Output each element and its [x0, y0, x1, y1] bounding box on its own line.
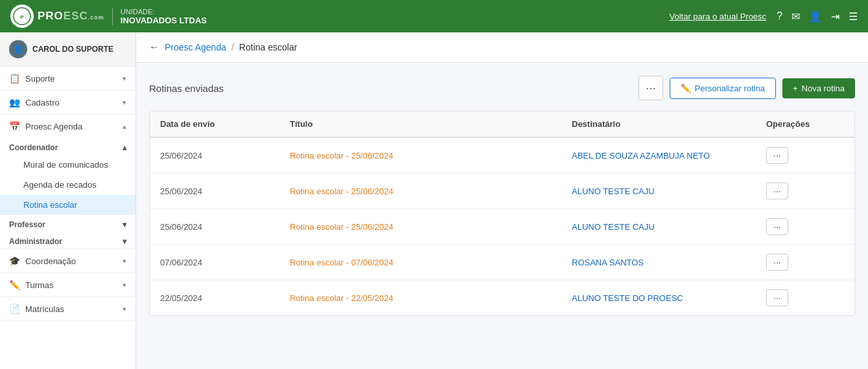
suporte-icon: 📋: [9, 73, 20, 84]
sidebar-section-coordenacao: 🎓 Coordenação ▾: [0, 249, 135, 273]
sidebar-section-suporte: 📋 Suporte ▾: [0, 67, 135, 91]
voltar-link[interactable]: Voltar para o atual Proesc: [670, 12, 767, 21]
logo: P PROESC.com: [10, 5, 104, 28]
agenda-icon: 📅: [9, 121, 20, 131]
cell-dest-2: ALUNO TESTE CAJU: [572, 222, 766, 232]
cell-ops-2: ···: [766, 218, 844, 235]
unit-info: UNIDADE: INOVADADOS LTDAS: [112, 8, 207, 25]
coordenacao-icon: 🎓: [9, 256, 20, 266]
page-body: Rotinas enviadas ⋯ ✏️ Personalizar rotin…: [136, 63, 868, 329]
chevron-suporte: ▾: [123, 74, 126, 83]
sidebar-item-label-coordenacao: Coordenação: [25, 256, 76, 266]
chevron-coordenacao: ▾: [123, 257, 126, 265]
cell-title-2[interactable]: Rotina escolar - 25/06/2024: [290, 222, 572, 232]
matriculas-icon: 📄: [9, 304, 20, 314]
cell-ops-1: ···: [766, 183, 844, 199]
col-title: Título: [290, 119, 572, 129]
cell-title-0[interactable]: Rotina escolar - 25/06/2024: [290, 151, 572, 161]
cell-date-2: 25/06/2024: [160, 222, 290, 232]
ops-button-1[interactable]: ···: [766, 183, 788, 199]
pencil-icon: ✏️: [681, 84, 691, 93]
sidebar-item-turmas[interactable]: ✏️ Turmas ▾: [0, 273, 135, 296]
col-ops: Operações: [766, 119, 844, 129]
breadcrumb-current: Rotina escolar: [239, 42, 298, 52]
cell-date-3: 07/06/2024: [160, 258, 290, 267]
ops-button-2[interactable]: ···: [766, 218, 788, 235]
mail-icon[interactable]: ✉: [792, 10, 800, 23]
administrador-label: Administrador: [9, 237, 62, 246]
cell-ops-3: ···: [766, 254, 844, 271]
personalizar-button[interactable]: ✏️ Personalizar rotina: [670, 78, 776, 99]
logout-icon[interactable]: ⇥: [831, 10, 839, 23]
sidebar-section-proesc-agenda: 📅 Proesc Agenda ▴ Coordenador ▴ Mural de…: [0, 115, 135, 249]
logo-text: PROESC.com: [38, 10, 104, 23]
cell-ops-4: ···: [766, 289, 844, 306]
cell-dest-4: ALUNO TESTE DO PROESC: [572, 293, 766, 303]
cell-dest-0: ABEL DE SOUZA AZAMBUJA NETO: [572, 151, 766, 161]
col-date: Data de envio: [160, 119, 290, 129]
sidebar-item-proesc-agenda[interactable]: 📅 Proesc Agenda ▴: [0, 115, 135, 138]
cell-dest-3: ROSANA SANTOS: [572, 258, 766, 267]
table-row: 25/06/2024 Rotina escolar - 25/06/2024 A…: [150, 209, 854, 245]
sidebar-item-coordenacao[interactable]: 🎓 Coordenação ▾: [0, 249, 135, 273]
ops-button-3[interactable]: ···: [766, 254, 788, 271]
sidebar-item-suporte[interactable]: 📋 Suporte ▾: [0, 67, 135, 90]
sidebar-group-administrador[interactable]: Administrador ▾: [0, 232, 135, 249]
table-row: 25/06/2024 Rotina escolar - 25/06/2024 A…: [150, 138, 854, 173]
question-icon[interactable]: ?: [777, 10, 782, 22]
col-dest: Destinatário: [572, 119, 766, 129]
turmas-icon: ✏️: [9, 280, 20, 290]
top-header: P PROESC.com UNIDADE: INOVADADOS LTDAS V…: [0, 0, 868, 32]
sidebar-section-matriculas: 📄 Matrículas ▾: [0, 297, 135, 321]
rotinas-table: Data de envio Título Destinatário Operaç…: [149, 111, 855, 316]
sidebar: 👤 CAROL DO SUPORTE 📋 Suporte ▾ 👥 Cadastr…: [0, 32, 136, 369]
sidebar-sub-item-rotina-escolar[interactable]: Rotina escolar: [0, 195, 135, 215]
sidebar-item-label-matriculas: Matrículas: [25, 304, 64, 314]
cell-date-0: 25/06/2024: [160, 151, 290, 161]
chevron-administrador: ▾: [123, 237, 126, 246]
toolbar-actions: ⋯ ✏️ Personalizar rotina + Nova rotina: [639, 76, 855, 100]
sidebar-item-cadastro[interactable]: 👥 Cadastro ▾: [0, 91, 135, 114]
cadastro-icon: 👥: [9, 97, 20, 107]
cell-title-4[interactable]: Rotina escolar - 22/05/2024: [290, 293, 572, 303]
dots-button[interactable]: ⋯: [639, 76, 663, 100]
chevron-matriculas: ▾: [123, 305, 126, 313]
ops-button-0[interactable]: ···: [766, 147, 788, 164]
chevron-professor: ▾: [123, 220, 126, 229]
nova-rotina-label: Nova rotina: [802, 84, 845, 93]
sidebar-group-professor[interactable]: Professor ▾: [0, 215, 135, 232]
sidebar-item-label-suporte: Suporte: [25, 74, 55, 84]
user-icon[interactable]: 👤: [809, 10, 822, 23]
ops-button-4[interactable]: ···: [766, 289, 788, 306]
breadcrumb-back[interactable]: ←: [149, 41, 159, 53]
sidebar-item-label-cadastro: Cadastro: [25, 98, 60, 107]
sidebar-group-coordenador[interactable]: Coordenador ▴: [0, 138, 135, 155]
table-row: 22/05/2024 Rotina escolar - 22/05/2024 A…: [150, 280, 854, 315]
cell-title-1[interactable]: Rotina escolar - 25/06/2024: [290, 186, 572, 196]
breadcrumb-parent[interactable]: Proesc Agenda: [165, 42, 226, 52]
sidebar-username: CAROL DO SUPORTE: [32, 45, 113, 54]
cell-date-4: 22/05/2024: [160, 293, 290, 303]
logo-icon: P: [10, 5, 34, 28]
chevron-agenda: ▴: [123, 122, 126, 131]
menu-icon[interactable]: ☰: [849, 10, 858, 23]
sidebar-sub-item-mural[interactable]: Mural de comunicados: [0, 155, 135, 175]
sidebar-item-matriculas[interactable]: 📄 Matrículas ▾: [0, 297, 135, 320]
breadcrumb: ← Proesc Agenda / Rotina escolar: [136, 32, 868, 63]
sidebar-sub-item-agenda-recados[interactable]: Agenda de recados: [0, 175, 135, 195]
table-row: 07/06/2024 Rotina escolar - 07/06/2024 R…: [150, 245, 854, 280]
toolbar: Rotinas enviadas ⋯ ✏️ Personalizar rotin…: [149, 76, 855, 100]
table-body: 25/06/2024 Rotina escolar - 25/06/2024 A…: [150, 138, 854, 315]
breadcrumb-separator: /: [231, 42, 234, 52]
professor-label: Professor: [9, 220, 45, 229]
sidebar-item-label-turmas: Turmas: [25, 280, 54, 290]
cell-title-3[interactable]: Rotina escolar - 07/06/2024: [290, 258, 572, 267]
main-layout: 👤 CAROL DO SUPORTE 📋 Suporte ▾ 👥 Cadastr…: [0, 32, 868, 369]
sidebar-item-label-agenda: Proesc Agenda: [25, 122, 82, 131]
svg-text:P: P: [20, 14, 24, 20]
unit-label: UNIDADE:: [121, 8, 207, 16]
nova-rotina-button[interactable]: + Nova rotina: [782, 78, 855, 98]
table-row: 25/06/2024 Rotina escolar - 25/06/2024 A…: [150, 173, 854, 209]
sidebar-section-cadastro: 👥 Cadastro ▾: [0, 91, 135, 115]
section-title: Rotinas enviadas: [149, 83, 224, 94]
